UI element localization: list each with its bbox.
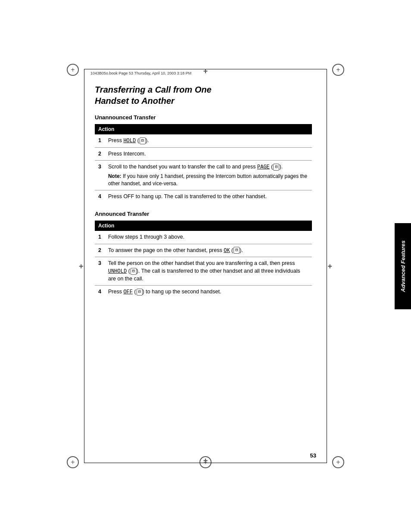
cross-top: + [203,67,208,76]
cross-bottom: + [203,456,208,465]
table-row: 2 To answer the page on the other handse… [95,244,312,257]
unannounced-table: Action 1 Press HOLD (⊟). 2 Press Interco… [95,124,312,203]
side-tab: Advanced Features [395,223,411,309]
reg-mark-tl [67,64,79,76]
border-right [327,69,327,463]
step-number: 4 [95,190,105,203]
title-line2: Handset to Another [95,96,174,106]
file-info: 1043B05o.book Page 53 Thursday, April 10… [90,71,191,75]
step-content: Press Intercom. [105,147,312,161]
table-row: 3 Tell the person on the other handset t… [95,257,312,286]
table-row: 2 Press Intercom. [95,147,312,161]
announced-table: Action 1 Follow steps 1 through 3 above.… [95,221,312,299]
note-text: Note: If you have only 1 handset, pressi… [108,173,308,187]
page: + + + + 1043B05o.book Page 53 Thursday, … [0,0,411,532]
unannounced-table-header: Action [95,124,312,134]
unannounced-heading: Unannounced Transfer [95,114,312,121]
table-row: 1 Follow steps 1 through 3 above. [95,231,312,244]
step-number: 4 [95,286,105,299]
step-number: 1 [95,231,105,244]
step-content: To answer the page on the other handset,… [105,244,312,257]
reg-mark-tr [332,64,344,76]
step-number: 3 [95,257,105,286]
title-line1: Transferring a Call from One [95,85,212,94]
cross-right: + [327,261,332,271]
step-content: Press HOLD (⊟). [105,134,312,147]
reg-mark-bl [67,456,79,468]
cross-left: + [79,261,84,271]
step-content: Press OFF (⊟) to hang up the second hand… [105,286,312,299]
announced-heading: Announced Transfer [95,211,312,217]
step-number: 1 [95,134,105,147]
step-content: Press OFF to hang up. The call is transf… [105,190,312,203]
step-content: Follow steps 1 through 3 above. [105,231,312,244]
step-number: 3 [95,161,105,190]
table-row: 4 Press OFF (⊟) to hang up the second ha… [95,286,312,299]
step-content: Scroll to the handset you want to transf… [105,161,312,190]
step-number: 2 [95,147,105,161]
main-content: Transferring a Call from One Handset to … [95,84,312,306]
page-number: 53 [310,452,316,459]
reg-mark-br [332,456,344,468]
table-row: 4 Press OFF to hang up. The call is tran… [95,190,312,203]
border-left [84,69,84,463]
announced-table-header: Action [95,221,312,231]
page-title: Transferring a Call from One Handset to … [95,84,312,106]
step-content: Tell the person on the other handset tha… [105,257,312,286]
table-row: 1 Press HOLD (⊟). [95,134,312,147]
step-number: 2 [95,244,105,257]
table-row: 3 Scroll to the handset you want to tran… [95,161,312,190]
